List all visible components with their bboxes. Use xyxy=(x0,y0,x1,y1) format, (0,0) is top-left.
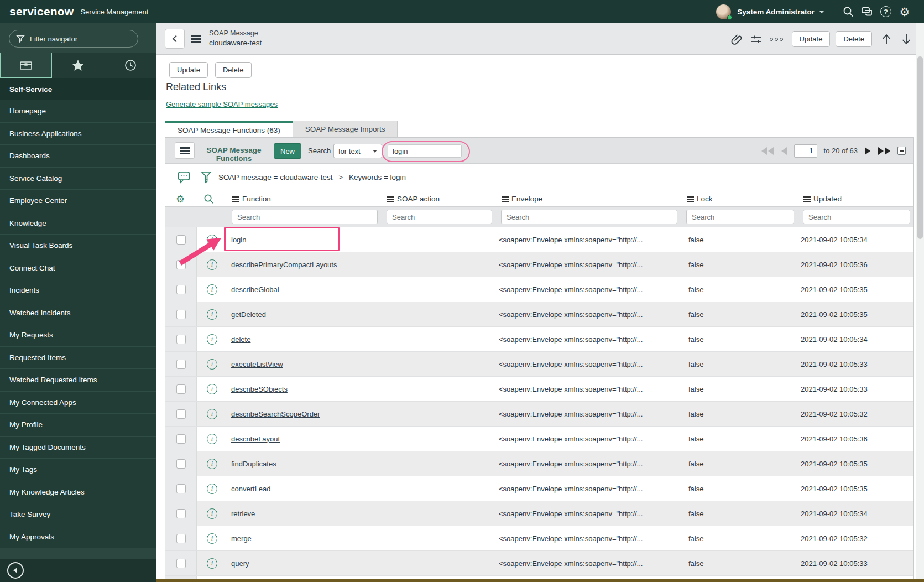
row-checkbox[interactable] xyxy=(176,310,186,319)
info-icon[interactable]: i xyxy=(207,235,217,245)
info-icon[interactable]: i xyxy=(207,309,217,320)
sidebar-item[interactable]: Homepage xyxy=(0,100,156,123)
sidebar-item[interactable]: Take Survey xyxy=(0,503,156,526)
more-options-icon[interactable] xyxy=(766,29,786,49)
column-search-input[interactable] xyxy=(501,210,677,224)
info-icon[interactable]: i xyxy=(207,259,217,270)
sidebar-item[interactable]: Service Catalog xyxy=(0,168,156,190)
scrollbar-thumb[interactable] xyxy=(917,56,923,239)
function-link[interactable]: executeListView xyxy=(231,360,283,368)
function-link[interactable]: describeSearchScopeOrder xyxy=(231,410,320,418)
function-link[interactable]: describeSObjects xyxy=(231,385,288,393)
function-link[interactable]: delete xyxy=(231,335,250,344)
column-header[interactable]: Updated xyxy=(798,195,914,203)
chevron-down-icon[interactable] xyxy=(819,11,824,13)
filter-funnel-icon[interactable] xyxy=(201,171,212,186)
row-checkbox[interactable] xyxy=(176,534,186,543)
attachment-paperclip-icon[interactable] xyxy=(727,29,746,49)
sidebar-item[interactable]: My Requests xyxy=(0,324,156,347)
column-search-input[interactable] xyxy=(803,210,910,224)
column-search-input[interactable] xyxy=(686,210,794,224)
sidebar-item[interactable]: Watched Incidents xyxy=(0,302,156,325)
delete-button-header[interactable]: Delete xyxy=(836,31,872,47)
info-icon[interactable]: i xyxy=(207,334,217,345)
settings-gear-icon[interactable]: ⚙ xyxy=(895,0,914,23)
info-icon[interactable]: i xyxy=(207,533,217,544)
sidebar-item[interactable]: Dashboards xyxy=(0,145,156,168)
column-menu-icon[interactable] xyxy=(502,196,509,202)
function-link[interactable]: getDeleted xyxy=(231,310,266,319)
sidebar-item[interactable]: Watched Requested Items xyxy=(0,369,156,392)
user-avatar[interactable] xyxy=(716,4,731,19)
section-self-service[interactable]: Self-Service xyxy=(0,78,156,100)
function-link[interactable]: retrieve xyxy=(231,510,255,518)
column-header[interactable]: Lock xyxy=(682,195,798,203)
sidebar-item[interactable]: Business Applications xyxy=(0,123,156,146)
info-icon[interactable]: i xyxy=(207,484,217,494)
list-search-input[interactable] xyxy=(388,144,462,158)
function-link[interactable]: findDuplicates xyxy=(231,460,276,468)
function-link[interactable]: describePrimaryCompactLayouts xyxy=(231,261,337,269)
row-checkbox[interactable] xyxy=(176,360,186,369)
help-icon[interactable]: ? xyxy=(876,0,895,23)
function-link[interactable]: describeGlobal xyxy=(231,285,279,294)
sidebar-item[interactable]: Incidents xyxy=(0,279,156,302)
search-field-select[interactable]: for text xyxy=(333,144,382,158)
list-chat-icon[interactable] xyxy=(178,171,191,186)
sidebar-item[interactable]: Connect Chat xyxy=(0,257,156,280)
list-search-icon[interactable] xyxy=(197,194,227,204)
column-menu-icon[interactable] xyxy=(803,196,811,202)
row-checkbox[interactable] xyxy=(176,260,186,269)
column-menu-icon[interactable] xyxy=(232,196,239,202)
function-link[interactable]: login xyxy=(231,236,246,244)
tab-favorites[interactable] xyxy=(52,53,104,78)
column-header[interactable]: Envelope xyxy=(497,195,682,203)
personalize-form-icon[interactable] xyxy=(746,29,766,49)
row-checkbox[interactable] xyxy=(176,559,186,568)
info-icon[interactable]: i xyxy=(207,459,217,469)
row-checkbox[interactable] xyxy=(176,434,186,444)
row-checkbox[interactable] xyxy=(176,509,186,518)
function-link[interactable]: query xyxy=(231,559,249,568)
form-context-menu-icon[interactable] xyxy=(191,35,201,43)
update-button[interactable]: Update xyxy=(169,62,208,78)
new-button[interactable]: New xyxy=(274,143,301,159)
tab-all-applications[interactable] xyxy=(0,53,52,78)
column-menu-icon[interactable] xyxy=(387,196,394,202)
sidebar-item[interactable]: My Tags xyxy=(0,459,156,481)
generate-sample-soap-messages-link[interactable]: Generate sample SOAP messages xyxy=(166,100,278,108)
column-header[interactable]: SOAP action xyxy=(382,195,497,203)
function-link[interactable]: merge xyxy=(231,534,252,543)
breadcrumb-filter-1[interactable]: SOAP message = cloudaware-test xyxy=(218,173,332,181)
tab-soap-message-functions[interactable]: SOAP Message Functions (63) xyxy=(165,121,293,137)
sidebar-item[interactable]: My Profile xyxy=(0,414,156,436)
sidebar-item[interactable]: Knowledge xyxy=(0,212,156,235)
collapse-list-icon[interactable] xyxy=(897,147,906,155)
sidebar-item[interactable]: My Tagged Documents xyxy=(0,436,156,459)
next-page-icon[interactable] xyxy=(865,147,870,155)
sidebar-item[interactable]: Visual Task Boards xyxy=(0,235,156,257)
sidebar-item[interactable]: Requested Items xyxy=(0,347,156,370)
delete-button[interactable]: Delete xyxy=(215,62,252,78)
collapse-sidebar-button[interactable] xyxy=(7,562,24,579)
vertical-scrollbar[interactable] xyxy=(916,23,924,582)
tab-history[interactable] xyxy=(105,53,156,78)
row-checkbox[interactable] xyxy=(176,409,186,419)
column-header[interactable]: Function xyxy=(227,195,382,203)
info-icon[interactable]: i xyxy=(207,434,217,444)
info-icon[interactable]: i xyxy=(207,409,217,419)
info-icon[interactable]: i xyxy=(207,284,217,295)
list-context-menu-icon[interactable] xyxy=(175,142,195,159)
sidebar-item[interactable]: My Connected Apps xyxy=(0,392,156,414)
info-icon[interactable]: i xyxy=(207,508,217,519)
column-menu-icon[interactable] xyxy=(687,196,694,202)
user-menu[interactable]: System Administrator xyxy=(737,8,815,16)
row-checkbox[interactable] xyxy=(176,459,186,469)
row-checkbox[interactable] xyxy=(176,484,186,493)
next-record-arrow-down-icon[interactable] xyxy=(896,29,916,49)
previous-page-icon[interactable] xyxy=(781,147,787,155)
connect-chat-icon[interactable] xyxy=(858,0,876,23)
row-checkbox[interactable] xyxy=(176,384,186,394)
page-number-input[interactable] xyxy=(794,144,817,158)
global-search-icon[interactable] xyxy=(839,0,858,23)
